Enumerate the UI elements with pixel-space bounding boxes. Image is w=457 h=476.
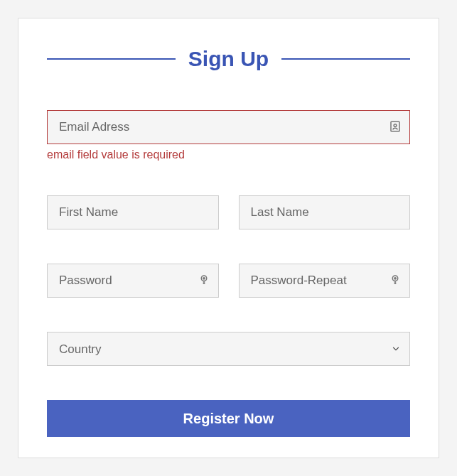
register-button[interactable]: Register Now (47, 400, 410, 437)
country-select[interactable]: Country (47, 332, 410, 366)
country-field-wrapper: Country (47, 332, 410, 366)
page-title: Sign Up (188, 47, 269, 71)
password-field[interactable] (47, 264, 219, 298)
email-field[interactable] (47, 110, 410, 144)
title-line-left (47, 58, 176, 60)
name-row (47, 195, 410, 229)
last-name-field[interactable] (239, 195, 411, 229)
password-repeat-field[interactable] (239, 264, 411, 298)
signup-card: Sign Up email field value is required (18, 18, 439, 458)
last-name-field-wrapper (239, 195, 411, 229)
first-name-field-wrapper (47, 195, 219, 229)
email-field-wrapper: email field value is required (47, 110, 410, 161)
email-error-message: email field value is required (47, 148, 410, 161)
password-repeat-field-wrapper (239, 264, 411, 298)
title-line-right (281, 58, 410, 60)
password-row (47, 264, 410, 298)
password-field-wrapper (47, 264, 219, 298)
title-row: Sign Up (47, 47, 410, 71)
first-name-field[interactable] (47, 195, 219, 229)
